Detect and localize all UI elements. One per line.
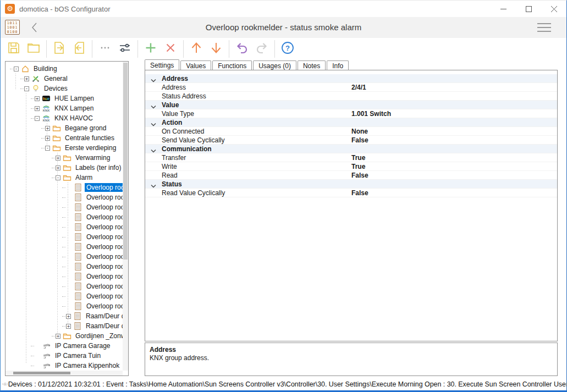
- tree-item-centrale-functies[interactable]: +Centrale functies: [5, 133, 128, 143]
- settings-group-row[interactable]: Value: [145, 101, 557, 109]
- tree-item-verwarming[interactable]: +Verwarming: [5, 153, 128, 163]
- open-folder-button[interactable]: [25, 41, 42, 57]
- tree-item-ip-camera-garage[interactable]: IP Camera Garage: [5, 341, 128, 351]
- tree-item-knx-havoc[interactable]: -KNXKNX HAVOC: [5, 113, 128, 123]
- settings-property-row[interactable]: Address2/4/1: [145, 83, 557, 92]
- tab-values[interactable]: Values: [180, 60, 211, 70]
- tree-item-overloop-rookm[interactable]: Overloop rookm: [5, 301, 128, 311]
- settings-property-row[interactable]: Send Value CyclicallyFalse: [145, 136, 557, 145]
- tree-item-knx-lampen[interactable]: +KNXKNX Lampen: [5, 103, 128, 113]
- tree-item-ip-camera-tuin[interactable]: IP Camera Tuin: [5, 351, 128, 361]
- collapse-toggle-icon[interactable]: -: [45, 146, 50, 151]
- settings-group-row[interactable]: Address: [145, 74, 557, 83]
- tab-notes[interactable]: Notes: [298, 60, 326, 70]
- expand-toggle-icon[interactable]: +: [56, 156, 60, 161]
- property-value[interactable]: False: [351, 189, 368, 197]
- tree-vertical-scrollbar[interactable]: [123, 62, 128, 371]
- settings-property-row[interactable]: TransferTrue: [145, 153, 557, 162]
- tree-item-overloop-rookm[interactable]: Overloop rookm: [5, 212, 128, 222]
- tab-functions[interactable]: Functions: [212, 60, 252, 70]
- tree-item-general[interactable]: +General: [5, 74, 128, 84]
- tree-item-gordijnen-zonwerin[interactable]: +Gordijnen _Zonwerin: [5, 331, 128, 341]
- help-button[interactable]: ?: [279, 41, 296, 57]
- property-value[interactable]: False: [351, 136, 368, 145]
- tree-item-overloop-rookm[interactable]: Overloop rookm: [5, 222, 128, 232]
- collapse-toggle-icon[interactable]: -: [14, 67, 19, 71]
- settings-property-row[interactable]: Value Type1.001 Switch: [145, 109, 557, 118]
- delete-icon: [163, 41, 178, 57]
- tree-item-overloop-rookm[interactable]: Overloop rookm: [5, 192, 128, 202]
- tree-item-alarm[interactable]: -Alarm: [5, 173, 128, 183]
- nav-header: 1011 1001 0100 Overloop rookmelder - sta…: [1, 17, 566, 38]
- tab-usages[interactable]: Usages (0): [253, 60, 296, 70]
- settings-group-row[interactable]: Action: [145, 118, 557, 127]
- expand-toggle-icon[interactable]: +: [35, 96, 40, 101]
- save-button[interactable]: [5, 41, 22, 57]
- folder-icon: [52, 134, 61, 142]
- tab-info[interactable]: Info: [327, 60, 349, 70]
- expand-toggle-icon[interactable]: +: [45, 126, 50, 131]
- property-value[interactable]: None: [351, 127, 368, 136]
- expand-toggle-icon[interactable]: +: [56, 334, 60, 339]
- tree-item-label: Overloop rookm: [85, 223, 129, 231]
- tree-item-raam-deur-det[interactable]: +Raam/Deur det: [5, 311, 128, 321]
- tree-item-begane-grond[interactable]: +Begane grond: [5, 123, 128, 133]
- close-button[interactable]: [541, 1, 566, 17]
- hamburger-menu-icon[interactable]: [537, 23, 551, 32]
- move-down-button[interactable]: [208, 41, 224, 57]
- tree-item-devices[interactable]: -Devices: [5, 84, 128, 93]
- settings-group-row[interactable]: Communication: [145, 145, 557, 153]
- settings-property-row[interactable]: Status Address: [145, 92, 557, 101]
- maximize-button[interactable]: [516, 1, 541, 17]
- settings-property-row[interactable]: ReadFalse: [145, 171, 557, 180]
- settings-property-row[interactable]: Read Value CyclicallyFalse: [145, 189, 557, 197]
- property-value[interactable]: True: [351, 162, 365, 171]
- configure-button[interactable]: [117, 41, 133, 57]
- tree-item-eerste-verdieping[interactable]: -Eerste verdieping: [5, 143, 128, 153]
- settings-property-row[interactable]: On ConnectedNone: [145, 127, 557, 136]
- move-up-button[interactable]: [188, 41, 205, 57]
- expand-toggle-icon[interactable]: +: [66, 314, 71, 319]
- tree-item-overloop-rookm[interactable]: Overloop rookm: [5, 242, 128, 252]
- tree-item-overloop-rookm[interactable]: Overloop rookm: [5, 281, 128, 291]
- tree-item-overloop-rookm[interactable]: Overloop rookm: [5, 232, 128, 242]
- expand-toggle-icon[interactable]: +: [45, 136, 50, 141]
- tree-item-overloop-rookm[interactable]: Overloop rookm: [5, 272, 128, 281]
- collapse-toggle-icon[interactable]: -: [56, 175, 60, 180]
- tree-item-labels-ter-info-[interactable]: +Labels (ter info): [5, 163, 128, 173]
- expand-toggle-icon[interactable]: +: [24, 76, 29, 81]
- tree-item-hue-lampen[interactable]: +hueHUE Lampen: [5, 93, 128, 103]
- settings-property-row[interactable]: WriteTrue: [145, 162, 557, 171]
- tree-item-ip-camera-kippenhok[interactable]: IP Camera Kippenhok: [5, 361, 128, 371]
- tree-item-overloop-rookm[interactable]: Overloop rookm: [5, 291, 128, 301]
- minimize-button[interactable]: [491, 1, 516, 17]
- tree-item-raam-deur-det[interactable]: +Raam/Deur det: [5, 321, 128, 331]
- property-value[interactable]: 1.001 Switch: [351, 109, 391, 118]
- tree-item-overloop-rookm[interactable]: Overloop rookm: [5, 262, 128, 272]
- scrollbar-thumb[interactable]: [13, 372, 70, 374]
- import-button[interactable]: [71, 41, 87, 57]
- tab-settings[interactable]: Settings: [145, 59, 179, 70]
- tree-item-building[interactable]: -Building: [5, 64, 128, 74]
- property-value[interactable]: 2/4/1: [351, 83, 366, 92]
- expand-toggle-icon[interactable]: +: [66, 324, 71, 329]
- settings-group-row[interactable]: Status: [145, 180, 557, 189]
- tree-item-overloop-rookm[interactable]: Overloop rookm: [5, 202, 128, 212]
- redo-button[interactable]: [254, 41, 270, 57]
- property-value[interactable]: False: [351, 171, 368, 180]
- tree-horizontal-scrollbar[interactable]: [5, 371, 123, 376]
- tree-item-overloop-rookm[interactable]: Overloop rookm: [5, 183, 128, 192]
- property-value[interactable]: True: [351, 153, 365, 162]
- delete-button[interactable]: [162, 41, 179, 57]
- tree-item-overloop-rookm[interactable]: Overloop rookm: [5, 252, 128, 262]
- more-button[interactable]: [97, 41, 113, 57]
- add-button[interactable]: [142, 41, 159, 57]
- undo-button[interactable]: [234, 41, 250, 57]
- collapse-toggle-icon[interactable]: -: [35, 116, 40, 121]
- page-title: Overloop rookmelder - status smoke alarm: [1, 23, 566, 32]
- collapse-toggle-icon[interactable]: -: [24, 86, 29, 91]
- scrollbar-thumb[interactable]: [123, 63, 128, 260]
- expand-toggle-icon[interactable]: +: [35, 106, 40, 111]
- expand-toggle-icon[interactable]: +: [56, 165, 60, 170]
- export-button[interactable]: [51, 41, 68, 57]
